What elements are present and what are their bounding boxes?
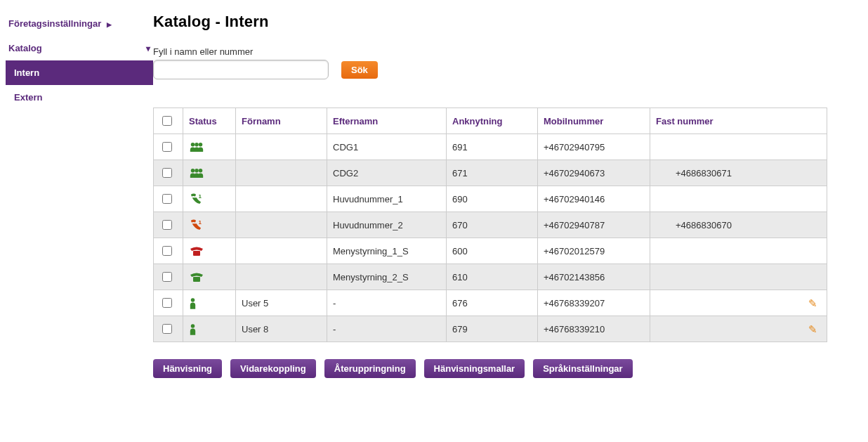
row-status-cell bbox=[183, 134, 236, 160]
row-fixed: ✎ bbox=[650, 290, 827, 316]
row-checkbox-cell bbox=[154, 264, 183, 290]
row-fixed-value bbox=[656, 194, 676, 204]
header-mob[interactable]: Mobilnummer bbox=[538, 108, 650, 134]
row-extension: 610 bbox=[447, 264, 538, 290]
row-mobile: +46702012579 bbox=[538, 238, 650, 264]
row-checkbox-cell bbox=[154, 238, 183, 264]
row-status-cell bbox=[183, 160, 236, 186]
edit-icon[interactable]: ✎ bbox=[807, 323, 818, 334]
sidebar-top-link[interactable]: Företagsinställningar bbox=[6, 13, 153, 37]
row-checkbox-cell bbox=[154, 186, 183, 212]
row-checkbox[interactable] bbox=[162, 142, 172, 152]
row-firstname bbox=[236, 186, 327, 212]
row-extension: 671 bbox=[447, 160, 538, 186]
sidebar-group-katalog[interactable]: Katalog bbox=[6, 37, 153, 60]
row-status-cell bbox=[183, 238, 236, 264]
header-fixed[interactable]: Fast nummer bbox=[650, 108, 827, 134]
row-fixed: +4686830670 bbox=[650, 212, 827, 238]
search-button[interactable]: Sök bbox=[341, 61, 378, 79]
row-mobile: +46702940795 bbox=[538, 134, 650, 160]
row-extension: 691 bbox=[447, 134, 538, 160]
row-status-cell bbox=[183, 264, 236, 290]
row-fixed bbox=[650, 264, 827, 290]
row-lastname: Huvudnummer_1 bbox=[327, 186, 447, 212]
row-fixed bbox=[650, 134, 827, 160]
phone-1-icon bbox=[189, 193, 203, 204]
row-lastname: Huvudnummer_2 bbox=[327, 212, 447, 238]
row-firstname: User 5 bbox=[236, 290, 327, 316]
sidebar-top-label: Företagsinställningar bbox=[8, 18, 101, 29]
action-button-3[interactable]: Hänvisningsmallar bbox=[424, 359, 525, 378]
search-input[interactable] bbox=[153, 60, 329, 79]
action-button-1[interactable]: Vidarekoppling bbox=[230, 359, 316, 378]
row-mobile: +46768339207 bbox=[538, 290, 650, 316]
search-label: Fyll i namn eller nummer bbox=[153, 46, 854, 57]
table-row: Menystyrning_1_S600+46702012579 bbox=[154, 238, 827, 264]
header-first[interactable]: Förnamn bbox=[236, 108, 327, 134]
row-firstname bbox=[236, 238, 327, 264]
catalog-table: Status Förnamn Efternamn Anknytning Mobi… bbox=[153, 108, 827, 342]
row-status-cell bbox=[183, 186, 236, 212]
row-checkbox-cell bbox=[154, 160, 183, 186]
row-extension: 690 bbox=[447, 186, 538, 212]
group-icon bbox=[189, 142, 204, 152]
action-bar: HänvisningVidarekopplingÅteruppringningH… bbox=[153, 359, 854, 378]
row-checkbox[interactable] bbox=[162, 194, 172, 204]
header-checkbox-cell bbox=[154, 108, 183, 134]
row-status-cell bbox=[183, 316, 236, 342]
table-row: User 8-679+46768339210✎ bbox=[154, 316, 827, 342]
row-fixed: +4686830671 bbox=[650, 160, 827, 186]
header-ext[interactable]: Anknytning bbox=[447, 108, 538, 134]
deskphone-icon bbox=[189, 247, 204, 256]
row-status-cell bbox=[183, 212, 236, 238]
row-firstname bbox=[236, 160, 327, 186]
sidebar-item-extern[interactable]: Extern bbox=[6, 85, 153, 110]
chevron-right-icon bbox=[104, 18, 112, 29]
row-mobile: +46768339210 bbox=[538, 316, 650, 342]
user-icon bbox=[189, 297, 197, 309]
edit-icon[interactable]: ✎ bbox=[807, 297, 818, 308]
row-checkbox[interactable] bbox=[162, 324, 172, 334]
sidebar-item-label: Extern bbox=[14, 92, 42, 103]
page-title: Katalog - Intern bbox=[153, 13, 854, 31]
row-extension: 600 bbox=[447, 238, 538, 264]
select-all-checkbox[interactable] bbox=[162, 116, 172, 126]
row-fixed-value: +4686830671 bbox=[656, 168, 732, 178]
row-mobile: +46702940146 bbox=[538, 186, 650, 212]
sidebar-item-label: Intern bbox=[14, 67, 39, 78]
row-lastname: CDG2 bbox=[327, 160, 447, 186]
row-firstname bbox=[236, 212, 327, 238]
row-fixed-value bbox=[656, 298, 676, 308]
table-row: Huvudnummer_1690+46702940146 bbox=[154, 186, 827, 212]
row-status-cell bbox=[183, 290, 236, 316]
row-lastname: CDG1 bbox=[327, 134, 447, 160]
row-checkbox[interactable] bbox=[162, 298, 172, 308]
row-extension: 676 bbox=[447, 290, 538, 316]
action-button-4[interactable]: Språkinställningar bbox=[533, 359, 632, 378]
row-fixed bbox=[650, 238, 827, 264]
header-last[interactable]: Efternamn bbox=[327, 108, 447, 134]
row-checkbox[interactable] bbox=[162, 220, 172, 230]
header-status[interactable]: Status bbox=[183, 108, 236, 134]
row-checkbox[interactable] bbox=[162, 246, 172, 256]
user-icon bbox=[189, 323, 197, 335]
row-checkbox-cell bbox=[154, 290, 183, 316]
row-firstname bbox=[236, 264, 327, 290]
row-fixed-value bbox=[656, 272, 676, 282]
sidebar-item-intern[interactable]: Intern bbox=[6, 60, 153, 85]
row-checkbox-cell bbox=[154, 134, 183, 160]
action-button-0[interactable]: Hänvisning bbox=[153, 359, 222, 378]
row-checkbox[interactable] bbox=[162, 272, 172, 282]
group-icon bbox=[189, 168, 204, 178]
row-fixed-value bbox=[656, 246, 676, 256]
table-row: Menystyrning_2_S610+46702143856 bbox=[154, 264, 827, 290]
row-mobile: +46702143856 bbox=[538, 264, 650, 290]
row-fixed-value bbox=[656, 324, 676, 334]
sidebar-group-label: Katalog bbox=[8, 43, 42, 53]
row-lastname: - bbox=[327, 290, 447, 316]
row-fixed: ✎ bbox=[650, 316, 827, 342]
phone-1-icon bbox=[189, 219, 203, 230]
action-button-2[interactable]: Återuppringning bbox=[324, 359, 416, 378]
row-fixed bbox=[650, 186, 827, 212]
row-checkbox[interactable] bbox=[162, 168, 172, 178]
